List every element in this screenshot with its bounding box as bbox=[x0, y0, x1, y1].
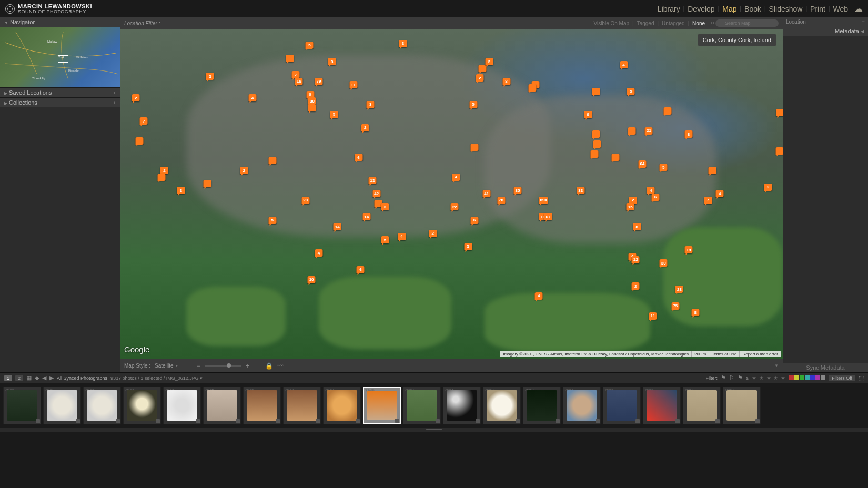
map-marker[interactable]: 3 bbox=[381, 203, 389, 210]
thumbnail[interactable]: 7956 bbox=[643, 387, 681, 424]
map-marker[interactable]: 8 bbox=[685, 130, 693, 138]
search-input[interactable] bbox=[715, 19, 779, 27]
map-marker[interactable]: 22 bbox=[451, 203, 459, 210]
map-marker[interactable]: 2 bbox=[429, 230, 437, 237]
map-marker[interactable]: 19 bbox=[685, 246, 693, 253]
bottom-resize-bar[interactable] bbox=[0, 428, 868, 432]
thumbnail[interactable]: 7952 bbox=[483, 387, 521, 424]
map-marker[interactable]: 67 bbox=[544, 213, 552, 220]
prev-icon[interactable]: ◆ bbox=[35, 374, 39, 381]
map-marker[interactable]: 21 bbox=[645, 127, 653, 135]
map-marker[interactable] bbox=[775, 147, 783, 155]
map-marker[interactable]: 2 bbox=[240, 167, 248, 174]
thumbnail[interactable]: 7953 bbox=[523, 387, 561, 424]
map-marker[interactable]: 6 bbox=[355, 154, 362, 161]
map-marker[interactable]: 16 bbox=[295, 78, 303, 85]
thumbnail[interactable]: 7955 bbox=[603, 387, 641, 424]
map-marker[interactable] bbox=[628, 127, 635, 135]
thumbnail[interactable]: 7958 bbox=[723, 387, 761, 424]
map-marker[interactable]: 14 bbox=[362, 213, 370, 220]
primary-window-button[interactable]: 1 bbox=[4, 375, 12, 381]
map-marker[interactable] bbox=[593, 140, 601, 148]
map-marker[interactable]: 4 bbox=[398, 233, 406, 240]
map-marker[interactable]: 11 bbox=[649, 312, 657, 320]
filters-off-button[interactable]: Filters Off bbox=[829, 375, 855, 381]
map-marker[interactable]: 2 bbox=[476, 74, 484, 82]
map-marker[interactable]: 33 bbox=[577, 187, 584, 194]
map-marker[interactable]: 5 bbox=[306, 42, 314, 49]
map-marker[interactable] bbox=[776, 109, 783, 116]
back-icon[interactable]: ◀ bbox=[42, 374, 46, 381]
map-marker[interactable]: 23 bbox=[301, 197, 309, 204]
add-icon[interactable]: + bbox=[113, 90, 116, 95]
map-marker[interactable]: 11 bbox=[349, 81, 357, 88]
map-marker[interactable] bbox=[471, 144, 479, 151]
thumbnail[interactable]: 7954 bbox=[563, 387, 601, 424]
map-marker[interactable]: 8 bbox=[502, 78, 510, 85]
zoom-in-icon[interactable]: + bbox=[246, 362, 249, 370]
module-book[interactable]: Book bbox=[744, 5, 761, 13]
forward-icon[interactable]: ▶ bbox=[49, 374, 54, 381]
map-marker[interactable]: 14 bbox=[334, 223, 341, 230]
map-style-dropdown[interactable]: Satellite bbox=[155, 363, 178, 369]
satellite-map[interactable]: 2723324571652393047953141136621014134253… bbox=[120, 29, 783, 359]
map-marker[interactable] bbox=[612, 154, 620, 161]
map-marker[interactable]: 23 bbox=[675, 286, 683, 293]
map-marker[interactable]: 3 bbox=[399, 40, 407, 47]
color-swatch[interactable] bbox=[800, 375, 804, 380]
map-marker[interactable]: 79 bbox=[315, 78, 323, 85]
source-label[interactable]: All Synced Photographs bbox=[57, 375, 107, 381]
map-marker[interactable]: 5 bbox=[268, 217, 276, 224]
cloud-sync-icon[interactable]: ☁ bbox=[854, 4, 863, 14]
map-marker[interactable]: 4 bbox=[716, 190, 724, 197]
map-marker[interactable]: 3 bbox=[177, 187, 185, 194]
map-marker[interactable]: 64 bbox=[638, 160, 646, 168]
map-marker[interactable]: 8 bbox=[633, 223, 641, 230]
module-develop[interactable]: Develop bbox=[688, 5, 714, 13]
secondary-window-button[interactable]: 2 bbox=[15, 375, 23, 381]
add-icon[interactable]: + bbox=[113, 100, 116, 105]
zoom-slider[interactable] bbox=[205, 365, 241, 367]
grid-view-icon[interactable]: ▦ bbox=[26, 374, 32, 381]
flag-rejected-icon[interactable]: ⚑ bbox=[738, 374, 743, 381]
map-marker[interactable]: 6 bbox=[652, 194, 660, 201]
map-marker[interactable]: 15 bbox=[627, 203, 634, 210]
map-marker[interactable]: 2 bbox=[361, 124, 369, 131]
module-print[interactable]: Print bbox=[810, 5, 825, 13]
map-marker[interactable]: 30 bbox=[660, 259, 668, 267]
color-swatch[interactable] bbox=[794, 375, 799, 380]
module-map[interactable]: Map bbox=[722, 5, 736, 13]
map-marker[interactable] bbox=[479, 65, 487, 72]
map-marker[interactable] bbox=[204, 180, 211, 187]
map-marker[interactable]: 890 bbox=[539, 197, 548, 204]
map-marker[interactable]: 4 bbox=[249, 94, 257, 101]
zoom-out-icon[interactable]: − bbox=[197, 362, 200, 370]
map-marker[interactable]: 3 bbox=[367, 101, 375, 108]
attrib-link[interactable]: Terms of Use bbox=[709, 351, 739, 357]
map-marker[interactable]: 6 bbox=[584, 111, 592, 118]
thumbnail[interactable]: 7946 bbox=[243, 387, 281, 424]
map-marker[interactable] bbox=[135, 137, 143, 145]
map-marker[interactable]: 12 bbox=[632, 256, 640, 263]
map-marker[interactable]: 4 bbox=[620, 61, 628, 68]
rating-filter[interactable]: ★ ★ ★ ★ ★ bbox=[752, 375, 786, 381]
color-swatch[interactable] bbox=[821, 375, 825, 380]
tracklog-icon[interactable]: 〰 bbox=[277, 362, 284, 370]
filter-opt-none[interactable]: None bbox=[690, 21, 707, 26]
map-marker[interactable]: 7 bbox=[140, 117, 148, 125]
color-swatch[interactable] bbox=[789, 375, 794, 380]
color-swatch[interactable] bbox=[815, 375, 820, 380]
map-marker[interactable]: 3 bbox=[464, 243, 472, 250]
map-marker[interactable]: 6 bbox=[471, 217, 479, 224]
filter-opt-visible-on-map[interactable]: Visible On Map bbox=[591, 21, 631, 26]
filter-opt-tagged[interactable]: Tagged bbox=[635, 21, 657, 26]
map-marker[interactable]: 10 bbox=[308, 276, 316, 283]
map-marker[interactable]: 2 bbox=[632, 282, 640, 290]
module-web[interactable]: Web bbox=[833, 5, 848, 13]
filmstrip[interactable]: 7940794179427943794479457946794779487949… bbox=[0, 383, 868, 428]
map-marker[interactable]: 78 bbox=[497, 197, 505, 204]
map-marker[interactable]: 5 bbox=[330, 111, 338, 118]
thumbnail[interactable]: 7940 bbox=[3, 387, 41, 424]
map-marker[interactable] bbox=[528, 84, 536, 92]
map-marker[interactable]: 8 bbox=[691, 309, 699, 316]
